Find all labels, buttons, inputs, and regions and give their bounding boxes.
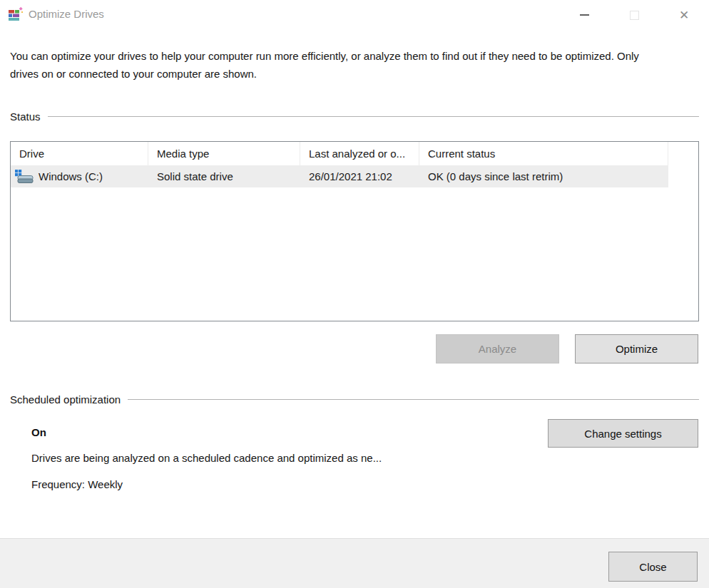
- column-header-media-type[interactable]: Media type: [148, 142, 300, 165]
- status-divider: [48, 116, 699, 117]
- drives-listview: Drive Media type Last analyzed or o... C…: [10, 141, 699, 321]
- table-row-windows-c[interactable]: Windows (C:) Solid state drive 26/01/202…: [11, 165, 698, 187]
- analyze-button[interactable]: Analyze: [436, 334, 559, 363]
- window-controls: ✕: [559, 0, 709, 30]
- column-header-drive[interactable]: Drive: [11, 142, 148, 165]
- close-window-button[interactable]: ✕: [659, 0, 709, 30]
- maximize-icon: [630, 11, 639, 20]
- drives-table-header: Drive Media type Last analyzed or o... C…: [11, 142, 698, 165]
- defrag-app-icon: [7, 6, 24, 23]
- status-heading: Status: [10, 110, 41, 123]
- scheduled-optimization-header: Scheduled optimization: [10, 393, 699, 406]
- minimize-button[interactable]: [559, 0, 609, 30]
- cell-filler: [668, 165, 698, 187]
- change-settings-button[interactable]: Change settings: [548, 419, 698, 448]
- schedule-frequency: Frequency: Weekly: [31, 478, 123, 490]
- scheduled-optimization-divider: [128, 399, 699, 400]
- minimize-icon: [580, 14, 589, 16]
- optimize-button[interactable]: Optimize: [575, 334, 698, 363]
- titlebar: Optimize Drives ✕: [0, 0, 709, 30]
- maximize-button[interactable]: [609, 0, 659, 30]
- close-icon: ✕: [679, 9, 689, 21]
- close-button[interactable]: Close: [608, 552, 698, 582]
- dialog-footer: Close: [0, 538, 709, 588]
- cell-current-status: OK (0 days since last retrim): [419, 165, 668, 187]
- drive-name: Windows (C:): [39, 170, 103, 182]
- scheduled-optimization-heading: Scheduled optimization: [10, 393, 121, 406]
- status-section-header: Status: [10, 110, 699, 123]
- hard-drive-icon: [15, 170, 34, 184]
- cell-last-analyzed: 26/01/2021 21:02: [300, 165, 419, 187]
- cell-drive: Windows (C:): [11, 165, 148, 187]
- cell-media-type: Solid state drive: [148, 165, 300, 187]
- column-header-filler: [668, 142, 698, 165]
- optimize-drives-window: Optimize Drives ✕ You can optimize your …: [0, 0, 709, 588]
- column-header-current-status[interactable]: Current status: [419, 142, 668, 165]
- schedule-state: On: [31, 426, 46, 438]
- schedule-description: Drives are being analyzed on a scheduled…: [31, 452, 382, 464]
- window-title: Optimize Drives: [29, 8, 104, 20]
- column-header-last-analyzed[interactable]: Last analyzed or o...: [300, 142, 419, 165]
- intro-description: You can optimize your drives to help you…: [10, 47, 655, 83]
